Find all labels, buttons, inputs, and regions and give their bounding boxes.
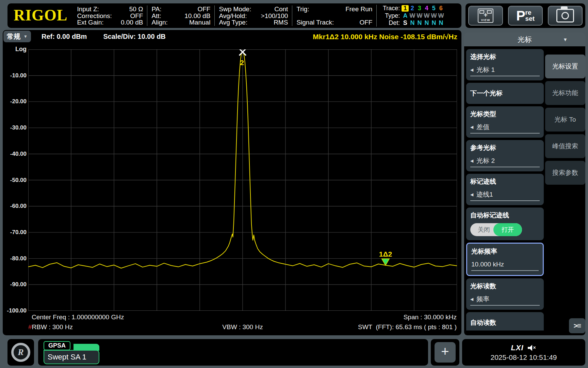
spectrum-svg: 21Δ2 (28, 49, 457, 311)
app-tab-green-fill (74, 344, 99, 351)
lxi-logo: LXI (511, 343, 523, 352)
app-tab-swept-sa[interactable]: GPSA Swept SA 1 (44, 341, 99, 364)
arrow-left-icon: ◀ (470, 295, 473, 303)
y-axis-tick-label: -20.00 (5, 98, 27, 105)
tab-search-params[interactable]: 搜索参数 (545, 161, 585, 185)
swt-readout: SWT (FFT): 65.63 ms ( pts : 801 ) (358, 323, 457, 331)
marker-readout-value: 频率 (476, 295, 489, 303)
tab-marker-setup[interactable]: 光标设置 (545, 55, 585, 78)
trace-status-cell: 1 (402, 5, 409, 12)
y-axis-tick-label: -30.00 (5, 124, 27, 131)
system-clock: 2025-08-12 10:51:49 (491, 353, 557, 362)
sidebar-tabs: 光标设置 光标功能 光标 To 峰值搜索 搜索参数 (545, 55, 585, 185)
avg-hold-value: >100/100 (261, 13, 288, 19)
trace-status-cell: 4 (423, 5, 430, 12)
reference-marker-value: 光标 2 (476, 157, 495, 165)
tab-marker-function[interactable]: 光标功能 (545, 81, 585, 105)
menu-item-marker-readout[interactable]: 光标读数 ◀频率 (466, 278, 544, 310)
header-group-trigger: Trig:Free Run Signal Track:OFF (292, 5, 376, 26)
app-mode-badge: GPSA (44, 341, 70, 350)
svg-text:2: 2 (240, 59, 244, 66)
tab-marker-to[interactable]: 光标 To (545, 108, 585, 132)
header-group-sweep: Swp Mode:Cont Avg/Hold:>100/100 Avg Type… (214, 5, 292, 26)
arrow-left-icon: ◀ (470, 66, 473, 74)
trace-status-row-label: Type: (381, 13, 400, 19)
spectrum-panel: 常规 ▼ Ref: 0.00 dBm Scale/Div: 10.00 dB M… (3, 30, 461, 335)
span-readout: Span : 30.000 kHz (404, 313, 457, 321)
input-z-label: Input Z: (77, 6, 99, 12)
marker-trace-value: 迹线1 (476, 191, 493, 198)
auto-marker-trace-toggle[interactable]: 关闭 打开 (470, 223, 522, 236)
ext-gain-value: 0.00 dB (121, 19, 143, 26)
preset-button[interactable]: P reset (508, 6, 543, 26)
sidebar-menu-dropdown[interactable]: 光标 ▼ (464, 33, 585, 46)
vbw-readout: VBW : 300 Hz (222, 323, 263, 331)
menu-item-marker-type[interactable]: 光标类型 ◀差值 (466, 106, 544, 138)
chevron-down-icon: ▼ (563, 37, 568, 42)
mode-dropdown-button[interactable]: 常规 ▼ (3, 31, 31, 42)
amplitude-settings: Ref: 0.00 dBm Scale/Div: 10.00 dB (42, 33, 166, 41)
sidebar-menu-title: 光标 (518, 35, 532, 44)
rigol-gear-logo[interactable]: R (11, 343, 30, 362)
screen: RIGOL Input Z:50 Ω Corrections:OFF Ext G… (0, 0, 588, 368)
trace-status-cell: N (416, 20, 423, 26)
header-bar: RIGOL Input Z:50 Ω Corrections:OFF Ext G… (7, 3, 461, 28)
mode-label: 常规 (7, 32, 20, 41)
pa-value: OFF (197, 6, 210, 12)
trig-label: Trig: (296, 6, 309, 12)
y-axis-tick-label: -50.00 (5, 177, 27, 184)
menu-item-marker-frequency[interactable]: 光标频率 10.000 kHz (466, 243, 544, 276)
screenshot-button[interactable] (548, 6, 583, 26)
trace-status-cell: 2 (409, 5, 416, 12)
swp-mode-label: Swp Mode: (219, 6, 251, 12)
y-axis-tick-label: -60.00 (5, 203, 27, 210)
menu-item-marker-trace[interactable]: 标记迹线 ◀迹线1 (466, 174, 544, 205)
menu-item-auto-readout[interactable]: 自动读数 (466, 312, 544, 331)
ext-gain-label: Ext Gain: (77, 19, 103, 26)
rigol-logo: RIGOL (14, 6, 67, 24)
trace-status-cell: W (416, 13, 423, 19)
marker-menu: 选择光标 ◀光标 1 下一个光标 光标类型 ◀差值 参考光标 ◀光标 2 标记迹… (466, 49, 544, 331)
system-status-panel: LXI × 2025-08-12 10:51:49 (462, 339, 585, 366)
y-axis-tick-label: -80.00 (5, 255, 27, 262)
trace-status-cell: N (409, 20, 416, 26)
home-panel: R (7, 339, 34, 366)
trace-status-cell: 5 (430, 5, 437, 12)
center-freq-readout: Center Freq : 1.000000000 GHz (32, 313, 124, 321)
menu-more-button[interactable]: >≡ (569, 318, 585, 333)
align-value: Manual (189, 19, 210, 26)
tab-peak-search[interactable]: 峰值搜索 (545, 134, 585, 158)
multi-view-button[interactable]: + VIEW (468, 6, 503, 26)
signal-track-label: Signal Track: (296, 19, 334, 26)
y-axis-tick-label: -100.00 (5, 307, 27, 314)
camera-icon (556, 9, 574, 22)
trace-status-cell: N (430, 20, 437, 26)
menu-item-reference-marker[interactable]: 参考光标 ◀光标 2 (466, 140, 544, 171)
trace-status-cell: W (437, 13, 444, 19)
chevron-down-icon: ▼ (23, 34, 28, 39)
signal-track-value: OFF (359, 19, 372, 26)
ref-level-value: Ref: 0.00 dBm (42, 33, 87, 41)
trace-status-cell: W (409, 13, 416, 19)
rbw-readout: #RBW : 300 Hz (28, 323, 73, 331)
pa-label: PA: (151, 6, 161, 12)
trace-status-cell: W (430, 13, 437, 19)
trace-status-cell: W (423, 13, 430, 19)
trace-status-cell: 3 (416, 5, 423, 12)
menu-item-select-marker[interactable]: 选择光标 ◀光标 1 (466, 49, 544, 80)
y-scale-label: Log (5, 46, 27, 53)
menu-item-next-marker[interactable]: 下一个光标 (466, 83, 544, 104)
add-app-panel: + (431, 339, 459, 366)
app-tab-name: Swept SA 1 (44, 350, 99, 364)
arrow-left-icon: ◀ (470, 191, 473, 198)
spectrum-grid: 21Δ2 (28, 49, 457, 311)
input-z-value: 50 Ω (129, 6, 143, 12)
add-app-button[interactable]: + (435, 342, 456, 363)
corrections-label: Corrections: (77, 13, 112, 19)
toggle-on-option[interactable]: 打开 (493, 223, 522, 236)
trace-status-cell: A (402, 13, 409, 19)
marker-1-delta-2: 1Δ2 (379, 250, 392, 265)
speaker-muted-icon[interactable]: × (528, 345, 537, 351)
trace-status-cell: S (402, 20, 409, 26)
marker-type-value: 差值 (476, 123, 489, 131)
